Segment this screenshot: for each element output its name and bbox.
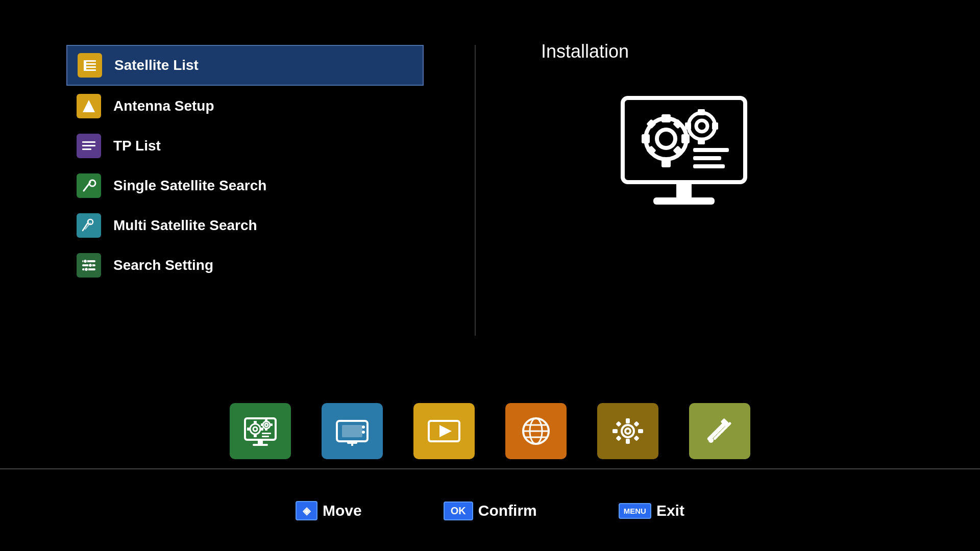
svg-rect-64	[347, 441, 357, 444]
svg-rect-42	[693, 164, 725, 168]
svg-point-74	[625, 429, 630, 434]
bottom-icon-tv[interactable]	[322, 403, 383, 459]
svg-point-63	[362, 431, 365, 434]
svg-point-62	[362, 425, 365, 429]
svg-rect-28	[642, 134, 650, 143]
satellite-list-icon	[78, 53, 102, 78]
svg-point-47	[253, 427, 257, 431]
svg-rect-8	[82, 145, 95, 146]
menu-item-multi-satellite-search[interactable]: Multi Satellite Search	[66, 206, 424, 245]
nav-move: ◈ Move	[296, 501, 362, 520]
svg-rect-49	[254, 435, 257, 437]
antenna-setup-label: Antenna Setup	[113, 98, 214, 114]
svg-rect-4	[84, 60, 86, 71]
svg-rect-54	[265, 419, 267, 421]
svg-rect-79	[616, 421, 621, 427]
search-setting-icon	[77, 253, 101, 278]
svg-rect-29	[681, 134, 690, 143]
svg-rect-80	[633, 435, 639, 441]
multi-satellite-search-icon	[77, 213, 101, 238]
svg-rect-45	[253, 444, 268, 446]
svg-rect-56	[261, 423, 263, 426]
svg-rect-26	[662, 114, 671, 122]
installation-icon	[612, 93, 755, 217]
exit-label: Exit	[656, 502, 684, 519]
svg-rect-75	[626, 418, 630, 423]
svg-rect-77	[612, 429, 618, 433]
svg-rect-41	[693, 156, 721, 160]
bottom-icon-settings[interactable]	[597, 403, 658, 459]
menu-item-antenna-setup[interactable]: Antenna Setup	[66, 87, 424, 126]
svg-rect-23	[653, 197, 715, 205]
move-badge: ◈	[296, 501, 317, 520]
menu-badge: MENU	[619, 503, 651, 519]
bottom-icon-installation[interactable]	[230, 403, 291, 459]
menu-item-search-setting[interactable]: Search Setting	[66, 246, 424, 285]
svg-point-52	[263, 421, 270, 429]
svg-rect-55	[265, 429, 267, 431]
bottom-icon-web[interactable]	[505, 403, 567, 459]
svg-rect-48	[254, 421, 257, 423]
single-satellite-search-icon	[77, 173, 101, 198]
svg-point-19	[89, 264, 92, 267]
svg-rect-61	[342, 425, 362, 437]
menu-item-satellite-list[interactable]: Satellite List	[66, 45, 424, 86]
move-label: Move	[323, 502, 362, 519]
svg-rect-65	[351, 444, 353, 446]
panel-divider	[475, 45, 476, 336]
svg-rect-39	[712, 122, 718, 130]
svg-point-20	[85, 268, 88, 271]
svg-rect-38	[685, 122, 691, 130]
ok-badge: OK	[444, 502, 473, 520]
svg-rect-22	[676, 182, 692, 197]
tp-list-icon	[77, 134, 101, 158]
svg-rect-81	[633, 421, 639, 427]
svg-rect-14	[82, 268, 95, 270]
svg-rect-58	[262, 433, 271, 434]
svg-rect-44	[258, 440, 263, 444]
svg-marker-67	[439, 425, 452, 437]
menu-panel: Satellite ListAntenna SetupTP ListSingle…	[66, 45, 424, 286]
svg-rect-59	[262, 436, 269, 437]
svg-rect-78	[638, 429, 643, 433]
svg-rect-7	[82, 141, 95, 143]
svg-point-35	[696, 120, 707, 132]
svg-rect-40	[693, 148, 729, 152]
page-title: Installation	[541, 41, 629, 62]
nav-exit[interactable]: MENU Exit	[619, 502, 684, 519]
svg-point-25	[657, 130, 675, 148]
svg-rect-27	[662, 159, 671, 167]
svg-rect-51	[261, 428, 263, 431]
svg-point-86	[708, 438, 714, 443]
menu-item-tp-list[interactable]: TP List	[66, 127, 424, 165]
bottom-icon-media[interactable]	[413, 403, 475, 459]
multi-satellite-search-label: Multi Satellite Search	[113, 217, 257, 234]
svg-rect-37	[698, 138, 705, 144]
nav-confirm[interactable]: OK Confirm	[444, 502, 537, 520]
svg-point-53	[265, 423, 268, 427]
svg-rect-57	[271, 423, 273, 426]
confirm-label: Confirm	[478, 502, 537, 519]
menu-item-single-satellite-search[interactable]: Single Satellite Search	[66, 166, 424, 205]
svg-point-73	[622, 425, 634, 437]
single-satellite-search-label: Single Satellite Search	[113, 178, 266, 194]
svg-point-18	[84, 260, 87, 263]
svg-rect-36	[698, 109, 705, 115]
right-panel: Installation	[490, 41, 878, 217]
svg-rect-50	[247, 428, 250, 431]
search-setting-label: Search Setting	[113, 257, 213, 273]
bottom-divider	[0, 468, 980, 469]
bottom-icon-tools[interactable]	[689, 403, 750, 459]
svg-rect-6	[88, 106, 90, 112]
svg-rect-9	[82, 148, 91, 150]
tp-list-label: TP List	[113, 138, 161, 154]
bottom-icons-bar	[0, 403, 980, 459]
svg-point-46	[250, 424, 260, 434]
antenna-setup-icon	[77, 94, 101, 118]
satellite-list-label: Satellite List	[114, 57, 199, 73]
nav-bar: ◈ Move OK Confirm MENU Exit	[0, 501, 980, 520]
svg-rect-82	[616, 435, 621, 441]
svg-point-34	[689, 113, 715, 139]
svg-rect-76	[626, 439, 630, 444]
